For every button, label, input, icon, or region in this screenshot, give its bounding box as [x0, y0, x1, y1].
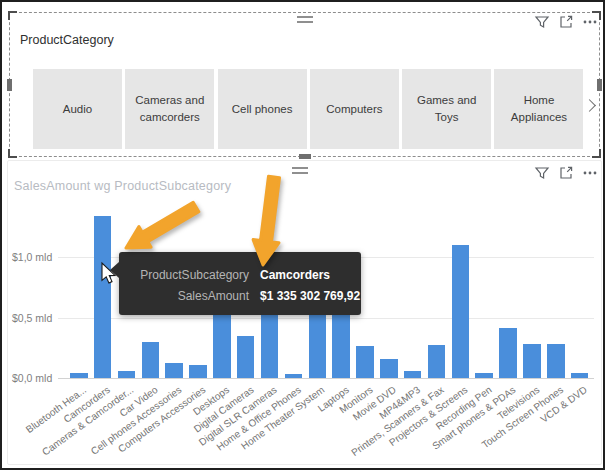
resize-handle-bottom-left[interactable]: [8, 149, 17, 158]
bar-camcorders[interactable]: [94, 216, 112, 378]
resize-handle-left[interactable]: [7, 79, 12, 91]
slicer-next-page-button[interactable]: [585, 94, 603, 116]
bar-televisions[interactable]: [523, 344, 541, 378]
bar-touch-screen-phones[interactable]: [547, 344, 565, 378]
bar-mp4-mp3[interactable]: [404, 371, 422, 378]
bar-printers-scanners-fax[interactable]: [428, 345, 446, 378]
filter-icon[interactable]: [534, 14, 550, 30]
slicer-item-games-and-toys[interactable]: Games and Toys: [402, 69, 491, 149]
y-axis-tick-label: $0,0 mld: [12, 372, 54, 384]
chevron-right-icon: [583, 99, 596, 112]
slicer-item-cell-phones[interactable]: Cell phones: [218, 69, 307, 149]
tooltip-field-label: ProductSubcategory: [133, 265, 249, 286]
tooltip-field-value: Camcorders: [260, 265, 347, 286]
slicer-drag-handle-icon[interactable]: [297, 16, 313, 24]
slicer-item-home-appliances[interactable]: Home Appliances: [494, 69, 583, 149]
bar-projectors-screens[interactable]: [452, 245, 470, 378]
bar-home-theater-system[interactable]: [309, 310, 327, 378]
gridline-$0,5 mld: [58, 318, 594, 319]
resize-handle-bottom-right[interactable]: [592, 149, 601, 158]
y-axis-tick-label: $1,0 mld: [12, 251, 54, 263]
bar-bluetooth-hea-[interactable]: [70, 373, 88, 378]
chart-title: SalesAmount wg ProductSubcategory: [14, 179, 231, 193]
tooltip-row: ProductSubcategoryCamcorders: [133, 265, 347, 286]
more-options-icon[interactable]: [582, 165, 598, 181]
bar-recording-pen[interactable]: [475, 373, 493, 378]
bar-car-video[interactable]: [142, 342, 160, 378]
bar-cell-phones-accessories[interactable]: [165, 363, 183, 378]
tooltip-field-label: SalesAmount: [133, 286, 249, 307]
chart-drag-handle-icon[interactable]: [292, 167, 308, 175]
bar-vcd-dvd[interactable]: [571, 373, 589, 378]
slicer-item-computers[interactable]: Computers: [310, 69, 399, 149]
gridline-$0,0 mld: [58, 378, 594, 379]
powerbi-canvas: ProductCategory AudioCameras and camcord…: [0, 0, 605, 470]
more-options-icon[interactable]: [582, 14, 598, 30]
bar-monitors[interactable]: [356, 346, 374, 378]
bar-digital-cameras[interactable]: [237, 336, 255, 378]
resize-handle-top-left[interactable]: [8, 11, 17, 20]
bar-home-office-phones[interactable]: [285, 374, 303, 378]
slicer-header-icons: [534, 14, 598, 30]
slicer-item-cameras-and-camcorders[interactable]: Cameras and camcorders: [125, 69, 214, 149]
bar-movie-dvd[interactable]: [380, 359, 398, 378]
resize-handle-bottom[interactable]: [299, 154, 311, 159]
focus-mode-icon[interactable]: [558, 165, 574, 181]
chart-header-icons: [534, 165, 598, 181]
y-axis-tick-label: $0,5 mld: [12, 312, 54, 324]
slicer-item-audio[interactable]: Audio: [33, 69, 122, 149]
chart-tooltip: ProductSubcategoryCamcordersSalesAmount$…: [119, 252, 361, 315]
slicer-title: ProductCategory: [20, 33, 114, 47]
slicer-button-list: AudioCameras and camcordersCell phonesCo…: [33, 69, 583, 149]
tooltip-field-value: $1 335 302 769,92: [260, 286, 360, 307]
tooltip-row: SalesAmount$1 335 302 769,92: [133, 286, 347, 307]
filter-icon[interactable]: [534, 165, 550, 181]
tooltip-pointer: [110, 262, 119, 278]
resize-handle-right[interactable]: [597, 79, 602, 91]
bar-smart-phones-pdas[interactable]: [499, 328, 517, 378]
focus-mode-icon[interactable]: [558, 14, 574, 30]
bar-computers-accessories[interactable]: [189, 365, 207, 378]
bar-cameras-camcorder-[interactable]: [118, 371, 136, 378]
